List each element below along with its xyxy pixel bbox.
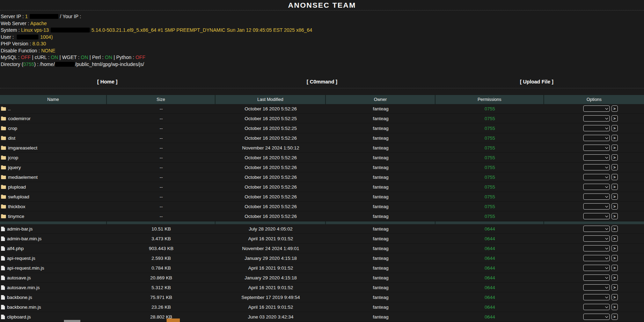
options-select[interactable] — [583, 125, 610, 131]
go-button[interactable]: > — [612, 245, 618, 251]
options-select[interactable] — [583, 135, 610, 141]
file-size: -- — [107, 184, 215, 190]
file-name[interactable]: plupload — [8, 184, 26, 190]
file-name[interactable]: admin-bar.js — [7, 226, 33, 232]
file-name[interactable]: .. — [8, 106, 11, 111]
options-select[interactable] — [583, 203, 610, 210]
permissions[interactable]: 0755 — [436, 116, 544, 121]
options-select[interactable] — [583, 226, 610, 232]
options-select[interactable] — [583, 304, 610, 310]
permissions[interactable]: 0644 — [436, 265, 544, 271]
permissions[interactable]: 0755 — [436, 145, 544, 151]
options-select[interactable] — [583, 265, 610, 271]
go-button[interactable]: > — [612, 115, 618, 122]
go-button[interactable]: > — [612, 314, 618, 320]
permissions[interactable]: 0755 — [436, 155, 544, 160]
permissions[interactable]: 0644 — [436, 305, 544, 310]
file-name[interactable]: dist — [8, 136, 15, 141]
last-modified: April 16 2021 9:01:52 — [215, 265, 326, 271]
permissions[interactable]: 0644 — [436, 236, 544, 241]
file-name[interactable]: jcrop — [8, 155, 18, 160]
nav-command-link[interactable]: [ C0mmand ] — [215, 79, 430, 85]
options-select[interactable] — [583, 235, 610, 242]
go-button[interactable]: > — [612, 105, 618, 112]
options-select[interactable] — [583, 164, 610, 170]
user-label: User : — [1, 34, 15, 40]
permissions[interactable]: 0755 — [436, 184, 544, 190]
go-button[interactable]: > — [612, 304, 618, 310]
file-name[interactable]: codemirror — [8, 116, 31, 121]
options-select[interactable] — [583, 145, 610, 151]
go-button[interactable]: > — [612, 275, 618, 281]
options-select[interactable] — [583, 105, 610, 112]
last-modified: July 28 2020 4:05:02 — [215, 226, 326, 232]
nav-home-link[interactable]: [ Home ] — [0, 79, 215, 85]
options-select[interactable] — [583, 275, 610, 281]
go-button[interactable]: > — [612, 255, 618, 261]
permissions[interactable]: 0755 — [436, 126, 544, 131]
file-name[interactable]: alf4.php — [7, 246, 24, 251]
go-button[interactable]: > — [612, 235, 618, 242]
options-select[interactable] — [583, 294, 610, 300]
permissions[interactable]: 0644 — [436, 285, 544, 290]
options-select[interactable] — [583, 154, 610, 161]
file-name[interactable]: backbone.js — [7, 295, 32, 300]
permissions[interactable]: 0755 — [436, 204, 544, 209]
permissions[interactable]: 0755 — [436, 106, 544, 111]
options-select[interactable] — [583, 115, 610, 122]
go-button[interactable]: > — [612, 226, 618, 232]
go-button[interactable]: > — [612, 184, 618, 190]
options-select[interactable] — [583, 193, 610, 200]
nav-upload-file-link[interactable]: [ Upload File ] — [429, 79, 644, 85]
permissions[interactable]: 0644 — [436, 295, 544, 300]
permissions[interactable]: 0644 — [436, 275, 544, 280]
file-name[interactable]: admin-bar.min.js — [7, 236, 42, 241]
permissions[interactable]: 0644 — [436, 246, 544, 251]
go-button[interactable]: > — [612, 174, 618, 180]
file-name[interactable]: tinymce — [8, 214, 24, 219]
permissions[interactable]: 0644 — [436, 314, 544, 320]
go-button[interactable]: > — [612, 145, 618, 151]
go-button[interactable]: > — [612, 164, 618, 170]
permissions[interactable]: 0644 — [436, 256, 544, 261]
permissions[interactable]: 0755 — [436, 165, 544, 170]
permissions[interactable]: 0755 — [436, 175, 544, 180]
file-name[interactable]: clipboard.js — [7, 314, 31, 320]
file-name[interactable]: swfupload — [8, 194, 29, 199]
file-name[interactable]: jquery — [8, 165, 21, 170]
options-cell: > — [544, 154, 644, 161]
file-name[interactable]: thickbox — [8, 204, 25, 209]
file-name[interactable]: autosave.min.js — [7, 285, 40, 290]
folder-icon — [1, 214, 6, 218]
go-button[interactable]: > — [612, 193, 618, 200]
options-select[interactable] — [583, 284, 610, 291]
options-select-wrap — [583, 304, 610, 310]
permissions[interactable]: 0644 — [436, 226, 544, 232]
table-row: alf4.php 903.443 KB November 24 2024 1:4… — [0, 244, 644, 254]
file-name[interactable]: api-request.min.js — [7, 265, 44, 271]
go-button[interactable]: > — [612, 284, 618, 291]
options-select[interactable] — [583, 174, 610, 180]
permissions[interactable]: 0755 — [436, 136, 544, 141]
file-name[interactable]: api-request.js — [7, 256, 35, 261]
go-button[interactable]: > — [612, 203, 618, 210]
options-select-wrap — [583, 226, 610, 232]
options-select[interactable] — [583, 184, 610, 190]
go-button[interactable]: > — [612, 125, 618, 131]
permissions[interactable]: 0755 — [436, 194, 544, 199]
go-button[interactable]: > — [612, 135, 618, 141]
permissions[interactable]: 0755 — [436, 214, 544, 219]
options-select[interactable] — [583, 314, 610, 320]
file-name[interactable]: mediaelement — [8, 175, 38, 180]
go-button[interactable]: > — [612, 294, 618, 300]
options-select[interactable] — [583, 255, 610, 261]
file-name[interactable]: backbone.min.js — [7, 305, 41, 310]
go-button[interactable]: > — [612, 154, 618, 161]
file-name[interactable]: crop — [8, 126, 17, 131]
options-select[interactable] — [583, 213, 610, 219]
go-button[interactable]: > — [612, 213, 618, 219]
file-name[interactable]: imgareaselect — [8, 145, 37, 151]
options-select[interactable] — [583, 245, 610, 251]
file-name[interactable]: autosave.js — [7, 275, 31, 280]
go-button[interactable]: > — [612, 265, 618, 271]
